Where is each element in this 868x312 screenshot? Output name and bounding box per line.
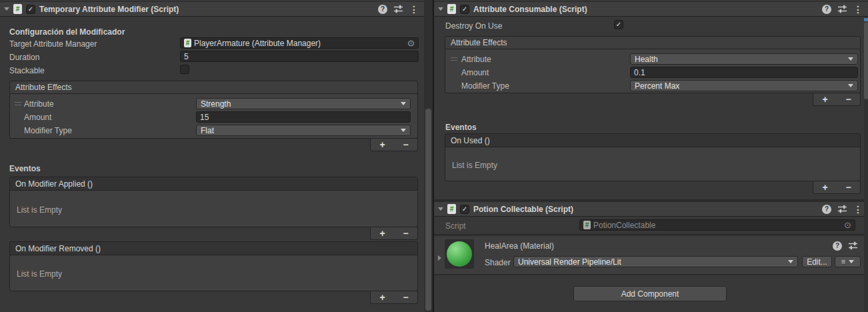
csharp-script-icon: # (447, 204, 456, 214)
shader-dropdown-value: Universal Render Pipeline/Lit (518, 257, 621, 267)
event-remove-button[interactable]: − (394, 293, 417, 302)
modifier-type-dropdown[interactable]: Flat (196, 125, 411, 136)
object-field-value: PlayerArmature (Attribute Manager) (194, 39, 321, 48)
kebab-menu-icon[interactable]: ⋮ (853, 205, 863, 214)
on-modifier-applied-header: On Modifier Applied () (10, 177, 417, 191)
attribute-effects-list-header: Attribute Effects (445, 37, 860, 49)
script-label: Script (445, 221, 466, 231)
shader-edit-button-label: Edit... (807, 257, 827, 267)
list-remove-button[interactable]: − (394, 140, 417, 149)
object-script-icon: # (583, 221, 591, 229)
foldout-open-icon[interactable] (438, 207, 443, 211)
header-icons: ? ⋮ (378, 4, 419, 14)
help-icon[interactable]: ? (833, 241, 842, 251)
left-scrollbar-thumb[interactable] (425, 109, 431, 311)
material-editor-strip: HealArea (Material) ? ⋮ Shader Universal… (434, 235, 868, 274)
event-add-button[interactable]: + (813, 183, 837, 192)
on-used-footer: + − (813, 181, 861, 194)
attribute-dropdown[interactable]: Strength (196, 98, 411, 109)
stackable-checkbox[interactable] (180, 65, 189, 74)
target-attribute-manager-object-field[interactable]: # PlayerArmature (Attribute Manager) ⊙ (180, 37, 419, 49)
help-icon[interactable]: ? (822, 205, 831, 214)
attribute-dropdown-value: Strength (201, 99, 231, 109)
event-add-button[interactable]: + (371, 293, 394, 302)
material-preview-thumbnail[interactable] (445, 239, 474, 269)
add-component-button-label: Add Component (621, 289, 679, 299)
object-picker-icon[interactable]: ⊙ (844, 221, 851, 229)
chevron-down-icon (401, 129, 406, 132)
amount-input[interactable]: 0.1 (630, 67, 858, 78)
list-remove-button[interactable]: − (837, 95, 860, 104)
duration-input[interactable]: 5 (180, 51, 419, 62)
help-icon[interactable]: ? (378, 5, 387, 14)
attribute-effects-list-footer: + − (813, 93, 861, 106)
modifier-type-label: Modifier Type (461, 81, 509, 91)
component-enabled-checkbox[interactable]: ✓ (460, 5, 469, 14)
duration-label: Duration (9, 53, 39, 62)
foldout-open-icon[interactable] (438, 7, 443, 11)
component-separator (434, 274, 868, 275)
attribute-effects-list: Attribute Effects Attribute Health Amoun… (445, 36, 861, 93)
attribute-effects-list: Attribute Effects Attribute Strength Amo… (9, 81, 418, 139)
amount-label: Amount (24, 113, 51, 122)
foldout-open-icon[interactable] (4, 7, 9, 11)
attribute-label: Attribute (24, 99, 54, 109)
inspector-window-right: # ✓ Attribute Consumable (Script) ? ⋮ De… (434, 0, 868, 312)
shader-dropdown[interactable]: Universal Render Pipeline/Lit (513, 256, 798, 267)
component-header-potion-collectable[interactable]: # ✓ Potion Collectable (Script) ? ⋮ (434, 201, 868, 217)
event-remove-button[interactable]: − (837, 183, 860, 192)
material-title: HealArea (Material) (485, 241, 554, 251)
amount-input[interactable]: 15 (196, 111, 411, 123)
help-icon[interactable]: ? (822, 5, 831, 14)
csharp-script-icon: # (13, 4, 22, 14)
events-section-title: Eventos (9, 164, 41, 173)
right-scrollbar-thumb[interactable] (864, 22, 868, 99)
drag-handle-icon[interactable] (15, 102, 21, 105)
empty-list-text: List is Empty (17, 205, 62, 215)
modifier-type-dropdown-value: Flat (201, 126, 214, 135)
attribute-effects-list-header: Attribute Effects (10, 81, 417, 94)
header-icons: ? ⋮ (822, 4, 863, 14)
presets-icon[interactable] (848, 241, 858, 251)
object-picker-icon[interactable]: ⊙ (407, 39, 415, 47)
on-used-header: On Used () (445, 134, 860, 147)
component-enabled-checkbox[interactable]: ✓ (460, 205, 469, 214)
section-title: Configuración del Modificador (9, 27, 125, 37)
list-add-button[interactable]: + (371, 140, 394, 149)
list-icon: ≡ (841, 258, 845, 265)
kebab-menu-icon[interactable]: ⋮ (853, 5, 863, 14)
component-title: Temporary Attribute Modifier (Script) (39, 5, 179, 14)
event-add-button[interactable]: + (371, 229, 394, 238)
component-header-temporary-attribute-modifier[interactable]: # ✓ Temporary Attribute Modifier (Script… (0, 1, 424, 17)
presets-icon[interactable] (837, 204, 847, 214)
on-modifier-removed-footer: + − (370, 291, 418, 304)
modifier-type-dropdown[interactable]: Percent Max (630, 80, 858, 91)
amount-value: 15 (200, 113, 209, 122)
destroy-on-use-label: Destroy On Use (445, 21, 502, 31)
component-header-attribute-consumable[interactable]: # ✓ Attribute Consumable (Script) ? ⋮ (434, 1, 868, 17)
event-remove-button[interactable]: − (394, 229, 417, 238)
foldout-closed-icon[interactable] (438, 255, 441, 261)
list-add-button[interactable]: + (813, 95, 837, 104)
kebab-menu-icon[interactable]: ⋮ (409, 5, 419, 14)
duration-value: 5 (184, 52, 189, 61)
modifier-type-dropdown-value: Percent Max (635, 81, 679, 91)
chevron-down-icon (848, 84, 853, 87)
chevron-down-icon (788, 260, 793, 263)
script-object-field[interactable]: # PotionCollectable ⊙ (579, 219, 855, 231)
target-attribute-manager-label: Target Attribute Manager (9, 39, 97, 49)
on-modifier-removed-event: On Modifier Removed () List is Empty (9, 241, 418, 291)
add-component-button[interactable]: Add Component (573, 286, 727, 301)
chevron-down-icon (401, 102, 406, 105)
presets-icon[interactable] (393, 4, 403, 14)
attribute-dropdown[interactable]: Health (630, 53, 858, 65)
shader-presets-button[interactable]: ≡ (835, 256, 861, 267)
presets-icon[interactable] (837, 4, 847, 14)
amount-label: Amount (461, 68, 489, 77)
material-header-icons: ? ⋮ (833, 241, 868, 251)
stackable-label: Stackable (9, 66, 45, 75)
shader-edit-button[interactable]: Edit... (802, 256, 832, 267)
component-enabled-checkbox[interactable]: ✓ (26, 5, 35, 14)
drag-handle-icon[interactable] (451, 57, 457, 61)
destroy-on-use-checkbox[interactable]: ✓ (614, 20, 623, 29)
